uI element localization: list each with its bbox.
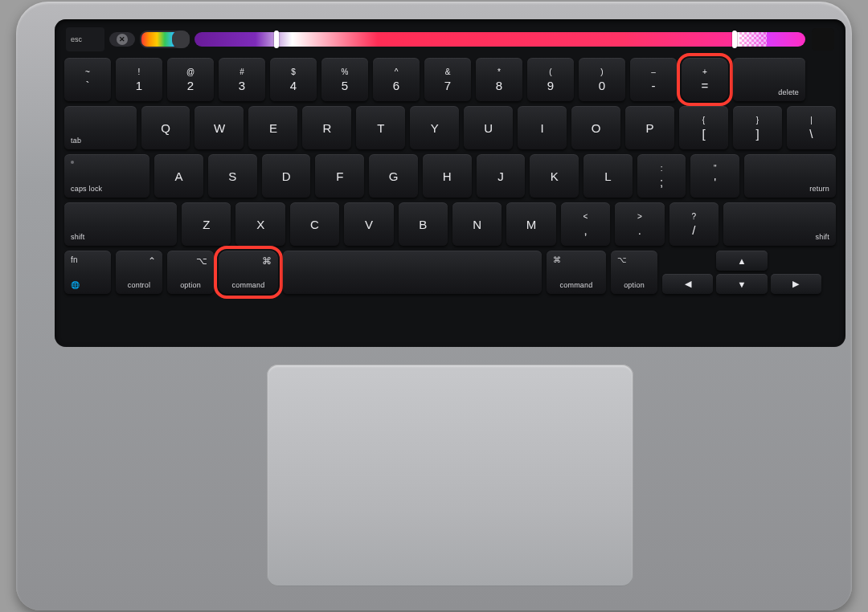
e-key[interactable]: E — [248, 106, 297, 149]
arrow-up-key[interactable]: ▲ — [716, 251, 767, 271]
touchbar-esc[interactable]: esc — [66, 27, 104, 51]
globe-icon: 🌐 — [71, 281, 80, 289]
control-key[interactable]: ⌃ control — [116, 251, 162, 294]
w-key[interactable]: W — [194, 106, 244, 149]
u-key[interactable]: U — [464, 106, 513, 149]
0-key[interactable]: )0 — [579, 58, 625, 101]
q-key[interactable]: Q — [141, 106, 190, 149]
trackpad[interactable] — [267, 365, 633, 586]
option-symbol-icon: ⌥ — [196, 255, 207, 267]
option-right-key[interactable]: ⌥ option — [611, 251, 657, 294]
command-symbol-icon: ⌘ — [262, 255, 272, 267]
macbook-keyboard-image: esc ✕ ~` !1 @2 #3 $4 %5 — [0, 0, 868, 612]
key-rows: ~` !1 @2 #3 $4 %5 ^6 &7 *8 (9 )0 –- += d… — [64, 58, 836, 294]
h-key[interactable]: H — [423, 154, 472, 198]
left-bracket-key[interactable]: {[ — [679, 106, 728, 149]
command-right-key[interactable]: ⌘ command — [547, 251, 606, 294]
arrow-key-cluster: ▲ ◀ ▼ ▶ — [662, 251, 821, 294]
caps-lock-key[interactable]: caps lock — [64, 154, 149, 198]
touchbar-hue-slider[interactable] — [194, 32, 805, 47]
x-key[interactable]: X — [235, 202, 285, 246]
arrow-left-key[interactable]: ◀ — [662, 274, 713, 294]
8-key[interactable]: *8 — [476, 58, 522, 101]
row-modifiers: fn 🌐 ⌃ control ⌥ option ⌘ command — [64, 251, 836, 294]
a-key[interactable]: A — [154, 154, 203, 198]
row-bottom-letters: shift Z X C V B N M <, >. ?/ shift — [64, 202, 836, 246]
t-key[interactable]: T — [356, 106, 405, 149]
b-key[interactable]: B — [399, 202, 448, 246]
z-key[interactable]: Z — [182, 202, 231, 246]
delete-key[interactable]: delete — [733, 58, 805, 101]
caps-lock-indicator — [71, 161, 74, 164]
control-symbol-icon: ⌃ — [148, 255, 156, 267]
slash-key[interactable]: ?/ — [669, 202, 719, 246]
g-key[interactable]: G — [369, 154, 418, 198]
l-key[interactable]: L — [583, 154, 633, 198]
touchbar-color-picker[interactable] — [140, 31, 190, 48]
r-key[interactable]: R — [302, 106, 351, 149]
arrow-down-key[interactable]: ▼ — [716, 274, 767, 294]
tab-key[interactable]: tab — [64, 106, 137, 149]
fn-key[interactable]: fn 🌐 — [64, 251, 111, 294]
shift-right-key[interactable]: shift — [723, 202, 836, 246]
quote-key[interactable]: "' — [690, 154, 739, 198]
row-home: caps lock A S D F G H J K L :; "' return — [64, 154, 836, 198]
slider-knob-left[interactable] — [274, 31, 279, 48]
3-key[interactable]: #3 — [219, 58, 265, 101]
backtick-key[interactable]: ~` — [64, 58, 111, 101]
i-key[interactable]: I — [518, 106, 567, 149]
minus-key[interactable]: –- — [630, 58, 677, 101]
1-key[interactable]: !1 — [116, 58, 162, 101]
row-qwerty: tab Q W E R T Y U I O P {[ }] |\ — [64, 106, 836, 149]
f-key[interactable]: F — [315, 154, 364, 198]
o-key[interactable]: O — [571, 106, 620, 149]
spacebar-key[interactable] — [283, 251, 542, 294]
keyboard-well: esc ✕ ~` !1 @2 #3 $4 %5 — [55, 19, 845, 347]
equals-key[interactable]: += — [682, 58, 728, 101]
4-key[interactable]: $4 — [270, 58, 317, 101]
touch-id-button[interactable] — [812, 28, 834, 51]
9-key[interactable]: (9 — [527, 58, 574, 101]
row-numbers: ~` !1 @2 #3 $4 %5 ^6 &7 *8 (9 )0 –- += d… — [64, 58, 836, 101]
command-left-key[interactable]: ⌘ command — [219, 251, 278, 294]
close-x-icon: ✕ — [117, 34, 128, 45]
slider-transparency-region — [739, 32, 767, 47]
laptop-chassis: esc ✕ ~` !1 @2 #3 $4 %5 — [16, 2, 852, 610]
backslash-key[interactable]: |\ — [787, 106, 836, 149]
option-left-key[interactable]: ⌥ option — [167, 251, 214, 294]
d-key[interactable]: D — [262, 154, 311, 198]
c-key[interactable]: C — [290, 202, 339, 246]
n-key[interactable]: N — [452, 202, 502, 246]
v-key[interactable]: V — [344, 202, 393, 246]
right-bracket-key[interactable]: }] — [733, 106, 782, 149]
arrow-right-key[interactable]: ▶ — [771, 274, 821, 294]
comma-key[interactable]: <, — [561, 202, 610, 246]
arrow-up-icon: ▲ — [738, 256, 747, 266]
6-key[interactable]: ^6 — [373, 58, 420, 101]
j-key[interactable]: J — [477, 154, 526, 198]
slider-knob-right[interactable] — [732, 31, 737, 48]
k-key[interactable]: K — [530, 154, 579, 198]
5-key[interactable]: %5 — [321, 58, 368, 101]
semicolon-key[interactable]: :; — [637, 154, 686, 198]
shift-left-key[interactable]: shift — [64, 202, 177, 246]
y-key[interactable]: Y — [410, 106, 459, 149]
2-key[interactable]: @2 — [167, 58, 214, 101]
m-key[interactable]: M — [506, 202, 555, 246]
7-key[interactable]: &7 — [424, 58, 471, 101]
return-key[interactable]: return — [744, 154, 836, 198]
period-key[interactable]: >. — [615, 202, 664, 246]
arrow-left-icon: ◀ — [685, 279, 691, 289]
p-key[interactable]: P — [625, 106, 674, 149]
arrow-down-icon: ▼ — [738, 279, 747, 289]
arrow-right-icon: ▶ — [792, 279, 799, 289]
command-symbol-icon: ⌘ — [553, 255, 561, 264]
option-symbol-icon: ⌥ — [617, 255, 627, 264]
touch-bar: esc ✕ — [66, 27, 834, 51]
s-key[interactable]: S — [208, 154, 257, 198]
touchbar-close-button[interactable]: ✕ — [109, 32, 135, 47]
touchbar-esc-label: esc — [71, 35, 82, 43]
